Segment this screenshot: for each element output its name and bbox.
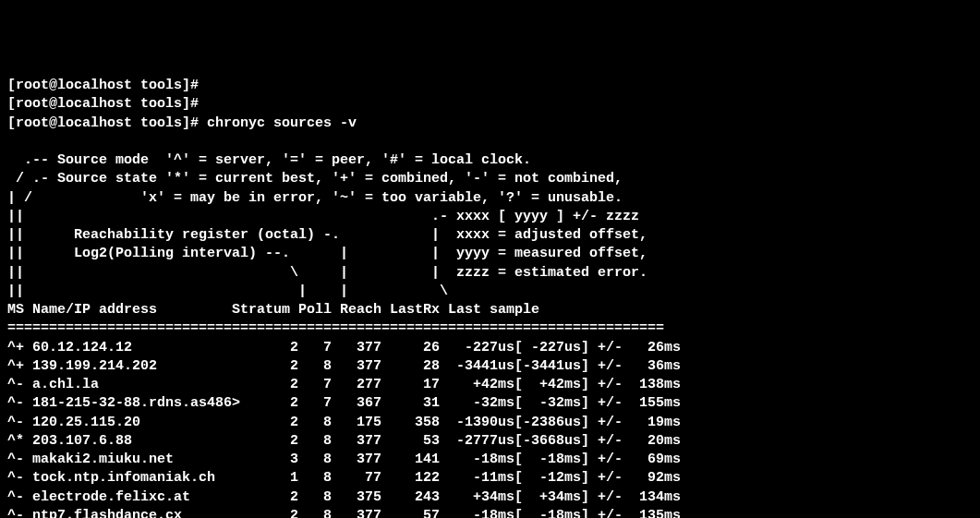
- terminal-output[interactable]: [root@localhost tools]# [root@localhost …: [7, 77, 973, 518]
